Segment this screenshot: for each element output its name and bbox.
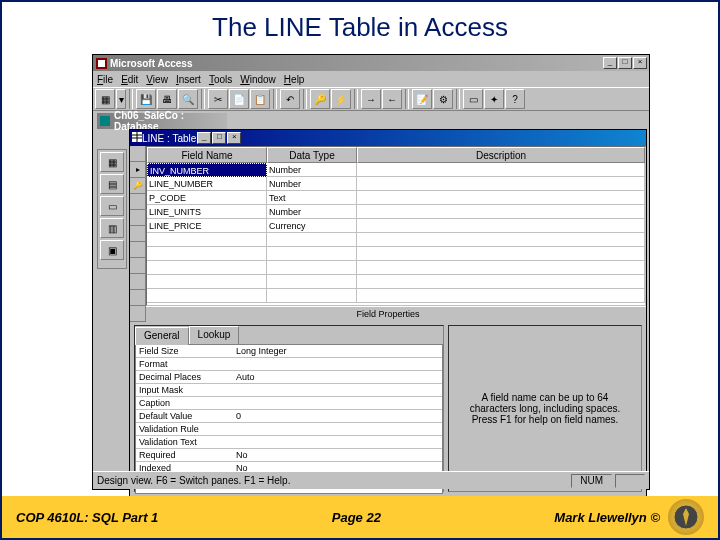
row-selector[interactable] — [130, 242, 146, 258]
table-close-button[interactable]: × — [227, 132, 241, 144]
data-type-cell[interactable]: Number — [267, 163, 357, 177]
row-selector[interactable] — [130, 306, 146, 322]
field-name-cell[interactable]: LINE_NUMBER — [147, 177, 267, 191]
primary-key-button[interactable]: 🔑 — [310, 89, 330, 109]
prop-label: Decimal Places — [136, 371, 236, 383]
prop-value[interactable]: 0 — [236, 410, 442, 422]
row-selector[interactable] — [130, 290, 146, 306]
row-selector[interactable] — [130, 162, 146, 178]
menu-view[interactable]: View — [146, 74, 168, 85]
build-button[interactable]: ⚙ — [433, 89, 453, 109]
description-cell[interactable] — [357, 219, 645, 233]
paste-button[interactable]: 📋 — [250, 89, 270, 109]
view-button[interactable]: ▦ — [95, 89, 115, 109]
tables-tab-icon[interactable]: ▦ — [100, 152, 124, 172]
row-selector[interactable] — [130, 226, 146, 242]
prop-value[interactable] — [236, 358, 442, 370]
grid-row[interactable]: LINE_PRICE Currency — [147, 219, 645, 233]
prop-value[interactable] — [236, 436, 442, 448]
save-button[interactable]: 💾 — [136, 89, 156, 109]
menu-edit[interactable]: Edit — [121, 74, 138, 85]
cut-button[interactable]: ✂ — [208, 89, 228, 109]
view-dropdown[interactable]: ▾ — [116, 89, 126, 109]
data-type-cell[interactable]: Currency — [267, 219, 357, 233]
description-cell[interactable] — [357, 191, 645, 205]
row-selector[interactable] — [130, 210, 146, 226]
table-maximize-button[interactable]: □ — [212, 132, 226, 144]
minimize-button[interactable]: _ — [603, 57, 617, 69]
data-type-cell[interactable]: Number — [267, 205, 357, 219]
description-cell[interactable] — [357, 205, 645, 219]
menu-window[interactable]: Window — [240, 74, 276, 85]
menu-file[interactable]: File — [97, 74, 113, 85]
grid-row[interactable] — [147, 261, 645, 275]
prop-row[interactable]: Field SizeLong Integer — [136, 345, 442, 358]
preview-button[interactable]: 🔍 — [178, 89, 198, 109]
design-grid[interactable]: Field Name Data Type Description INV_NUM… — [146, 146, 646, 306]
close-button[interactable]: × — [633, 57, 647, 69]
maximize-button[interactable]: □ — [618, 57, 632, 69]
menu-tools[interactable]: Tools — [209, 74, 232, 85]
database-window[interactable]: Ch06_SaleCo : Database — [97, 113, 227, 129]
prop-value[interactable]: Long Integer — [236, 345, 442, 357]
field-name-cell[interactable]: P_CODE — [147, 191, 267, 205]
row-selector-header[interactable] — [130, 146, 146, 162]
prop-row[interactable]: Caption — [136, 397, 442, 410]
col-description[interactable]: Description — [357, 147, 645, 163]
col-field-name[interactable]: Field Name — [147, 147, 267, 163]
print-button[interactable]: 🖶 — [157, 89, 177, 109]
prop-row[interactable]: Input Mask — [136, 384, 442, 397]
field-name-cell[interactable]: LINE_UNITS — [147, 205, 267, 219]
grid-row[interactable]: LINE_UNITS Number — [147, 205, 645, 219]
queries-tab-icon[interactable]: ▤ — [100, 174, 124, 194]
menu-help[interactable]: Help — [284, 74, 305, 85]
delete-rows-button[interactable]: ← — [382, 89, 402, 109]
row-selector[interactable] — [130, 258, 146, 274]
forms-tab-icon[interactable]: ▭ — [100, 196, 124, 216]
indexes-button[interactable]: ⚡ — [331, 89, 351, 109]
table-minimize-button[interactable]: _ — [197, 132, 211, 144]
description-cell[interactable] — [357, 177, 645, 191]
reports-tab-icon[interactable]: ▥ — [100, 218, 124, 238]
grid-row[interactable] — [147, 275, 645, 289]
prop-row[interactable]: Validation Text — [136, 436, 442, 449]
tab-general[interactable]: General — [135, 327, 189, 345]
undo-button[interactable]: ↶ — [280, 89, 300, 109]
prop-value[interactable] — [236, 423, 442, 435]
row-selector[interactable] — [130, 178, 146, 194]
grid-row[interactable] — [147, 233, 645, 247]
grid-row[interactable]: P_CODE Text — [147, 191, 645, 205]
prop-value[interactable]: Auto — [236, 371, 442, 383]
help-button[interactable]: ? — [505, 89, 525, 109]
prop-value[interactable]: No — [236, 449, 442, 461]
prop-label: Field Size — [136, 345, 236, 357]
macros-tab-icon[interactable]: ▣ — [100, 240, 124, 260]
prop-value[interactable] — [236, 384, 442, 396]
row-selector[interactable] — [130, 274, 146, 290]
data-type-cell[interactable]: Text — [267, 191, 357, 205]
field-name-cell[interactable]: INV_NUMBER — [147, 163, 267, 177]
prop-row[interactable]: Decimal PlacesAuto — [136, 371, 442, 384]
prop-row[interactable]: Format — [136, 358, 442, 371]
grid-row[interactable] — [147, 289, 645, 303]
prop-row[interactable]: RequiredNo — [136, 449, 442, 462]
field-name-cell[interactable]: LINE_PRICE — [147, 219, 267, 233]
properties-button[interactable]: 📝 — [412, 89, 432, 109]
copy-button[interactable]: 📄 — [229, 89, 249, 109]
tab-lookup[interactable]: Lookup — [189, 326, 240, 344]
db-window-button[interactable]: ▭ — [463, 89, 483, 109]
insert-rows-button[interactable]: → — [361, 89, 381, 109]
new-object-button[interactable]: ✦ — [484, 89, 504, 109]
db-icon — [99, 115, 111, 127]
prop-row[interactable]: Validation Rule — [136, 423, 442, 436]
grid-row[interactable]: LINE_NUMBER Number — [147, 177, 645, 191]
col-data-type[interactable]: Data Type — [267, 147, 357, 163]
row-selector[interactable] — [130, 194, 146, 210]
menu-insert[interactable]: Insert — [176, 74, 201, 85]
description-cell[interactable] — [357, 163, 645, 177]
data-type-cell[interactable]: Number — [267, 177, 357, 191]
prop-value[interactable] — [236, 397, 442, 409]
grid-row[interactable]: INV_NUMBER Number — [147, 163, 645, 177]
prop-row[interactable]: Default Value0 — [136, 410, 442, 423]
grid-row[interactable] — [147, 247, 645, 261]
